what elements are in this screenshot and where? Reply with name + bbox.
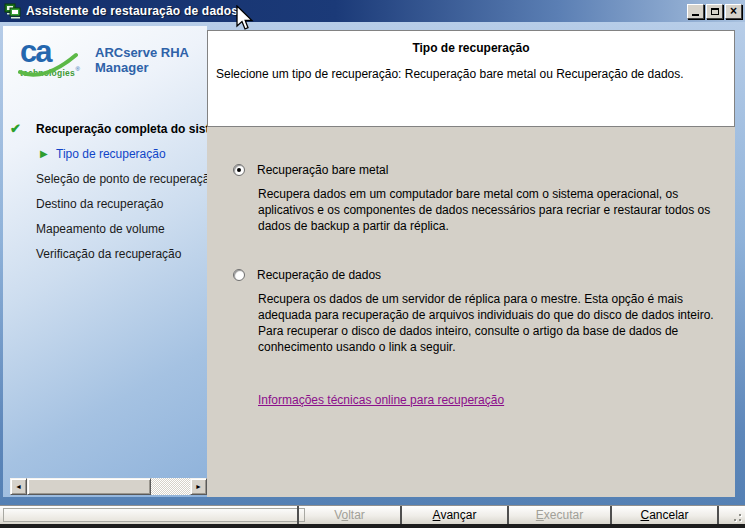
page-header: Tipo de recuperação Selecione um tipo de… bbox=[207, 30, 735, 127]
brand-logo: ca ® technologies ARCserve RHA Manager bbox=[3, 26, 207, 108]
close-button[interactable]: × bbox=[725, 4, 742, 19]
sidebar-horizontal-scrollbar[interactable]: ◄ ► bbox=[10, 478, 207, 495]
wizard-sidebar: ca ® technologies ARCserve RHA Manager ✔… bbox=[3, 26, 207, 497]
option-bare-metal[interactable]: Recuperação bare metal bbox=[233, 163, 735, 177]
registered-mark: ® bbox=[76, 66, 80, 72]
check-icon: ✔ bbox=[10, 121, 36, 136]
radio-data-recovery[interactable] bbox=[233, 269, 245, 281]
maximize-button[interactable] bbox=[706, 4, 723, 19]
step-recuperacao-completa: ✔ Recuperação completa do sistema bbox=[3, 116, 207, 141]
scrollbar-thumb[interactable] bbox=[27, 478, 151, 495]
scroll-left-icon: ◄ bbox=[15, 483, 22, 490]
voltar-button: Voltar bbox=[299, 506, 400, 524]
avancar-button[interactable]: Avançar bbox=[402, 506, 507, 524]
current-step-arrow-icon: ▶ bbox=[40, 148, 56, 159]
titlebar[interactable]: Assistente de restauração de dados × bbox=[0, 0, 745, 22]
product-name: ARCserve RHA Manager bbox=[95, 45, 189, 75]
page-title: Tipo de recuperação bbox=[208, 41, 734, 55]
option-data-recovery[interactable]: Recuperação de dados bbox=[233, 268, 735, 282]
executar-button: Executar bbox=[509, 506, 610, 524]
window-frame: ca ® technologies ARCserve RHA Manager ✔… bbox=[0, 22, 745, 505]
option-data-recovery-description: Recupera os dados de um servidor de répl… bbox=[258, 291, 720, 355]
ca-swoosh-icon bbox=[18, 52, 82, 78]
page-subtitle: Selecione um tipo de recuperação: Recupe… bbox=[216, 67, 734, 81]
wizard-steps: ✔ Recuperação completa do sistema ▶ Tipo… bbox=[3, 116, 207, 266]
scroll-right-button[interactable]: ► bbox=[190, 478, 207, 495]
maximize-icon bbox=[711, 8, 719, 15]
minimize-button[interactable] bbox=[687, 4, 704, 19]
step-verificacao: Verificação da recuperação bbox=[3, 241, 207, 266]
app-icon bbox=[4, 3, 22, 19]
cancelar-button[interactable]: Cancelar bbox=[612, 506, 717, 524]
resize-grip[interactable] bbox=[719, 506, 745, 524]
step-mapeamento: Mapeamento de volume bbox=[3, 216, 207, 241]
option-bare-metal-description: Recupera dados em um computador bare met… bbox=[258, 186, 720, 234]
step-selecao-ponto: Seleção de ponto de recuperação bbox=[3, 166, 207, 191]
close-icon: × bbox=[730, 5, 737, 17]
footer-buttons: Voltar Avançar Executar Cancelar bbox=[297, 506, 745, 524]
ca-logo: ca ® technologies bbox=[20, 38, 82, 78]
wizard-window: Assistente de restauração de dados × ca … bbox=[0, 0, 745, 528]
main-panel: Tipo de recuperação Selecione um tipo de… bbox=[207, 30, 735, 497]
scrollbar-track[interactable] bbox=[151, 478, 190, 495]
step-tipo-de-recuperacao: ▶ Tipo de recuperação bbox=[3, 141, 207, 166]
footer-bar: Voltar Avançar Executar Cancelar bbox=[0, 505, 745, 524]
step-destino: Destino da recuperação bbox=[3, 191, 207, 216]
recovery-options: Recuperação bare metal Recupera dados em… bbox=[207, 127, 735, 408]
minimize-icon bbox=[692, 6, 699, 16]
resize-grip-icon bbox=[739, 519, 741, 521]
option-data-recovery-label[interactable]: Recuperação de dados bbox=[257, 268, 381, 282]
window-title: Assistente de restauração de dados bbox=[26, 4, 687, 18]
screen-bottom-edge bbox=[0, 524, 745, 528]
option-bare-metal-label[interactable]: Recuperação bare metal bbox=[257, 163, 388, 177]
scroll-left-button[interactable]: ◄ bbox=[10, 478, 27, 495]
scroll-right-icon: ► bbox=[195, 483, 202, 490]
technical-info-link[interactable]: Informações técnicas online para recuper… bbox=[258, 393, 504, 407]
status-panel bbox=[3, 508, 305, 522]
radio-bare-metal[interactable] bbox=[233, 164, 245, 176]
